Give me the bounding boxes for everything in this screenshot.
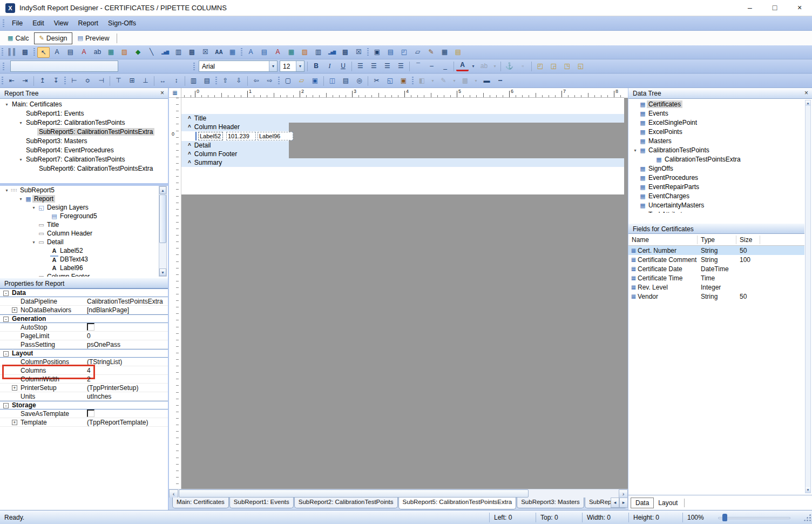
property-row[interactable]: SaveAsTemplate [0, 409, 168, 418]
toolbar-grip[interactable] [367, 47, 369, 58]
toolbar-grip[interactable] [278, 76, 280, 86]
scroll-right-icon[interactable]: › [619, 489, 628, 498]
tab-calc[interactable]: ▦ Calc [3, 33, 33, 44]
column-header-size[interactable]: Size [736, 236, 760, 244]
property-row[interactable]: + NoDataBehaviors [ndBlankPage] [0, 306, 168, 314]
field-row[interactable]: Rev. Level Integer [628, 283, 804, 292]
font-size-combo[interactable]: 12 ▾ [280, 61, 304, 72]
shrink-width-button[interactable]: ⇨ [263, 76, 276, 86]
menu-item[interactable]: Report [73, 18, 104, 29]
font-color-button[interactable]: A [456, 61, 469, 71]
scroll-up-icon[interactable]: ▲ [806, 100, 810, 106]
toolbar-separator[interactable] [368, 76, 368, 86]
tree-item[interactable]: ▾ Report [0, 194, 159, 203]
fill-color-button[interactable]: ◧ [416, 76, 428, 86]
line-tool-icon[interactable]: ╲ [145, 47, 158, 58]
component-name-combo[interactable] [10, 61, 118, 72]
property-row[interactable]: ColumnWidth 2 [0, 375, 168, 384]
paste-button[interactable]: ▣ [397, 76, 410, 86]
tab-data[interactable]: Data [631, 498, 654, 508]
scroll-down-icon[interactable]: ▼ [806, 487, 810, 493]
column-header-name[interactable]: Name [628, 236, 698, 244]
band-collapse-icon[interactable]: ^ [188, 143, 191, 149]
chevron-down-icon[interactable]: ▾ [296, 61, 304, 71]
move-right-button[interactable]: ⇥ [19, 76, 31, 86]
grow-height-button[interactable]: ⇧ [219, 76, 232, 86]
tree-item[interactable]: ▾ Design Layers [0, 203, 159, 212]
toolbar-grip[interactable] [64, 76, 66, 86]
nodata-brush-icon[interactable]: ✎ [425, 47, 437, 58]
menu-item[interactable]: Edit [28, 18, 49, 29]
expand-icon[interactable]: ▾ [3, 188, 10, 193]
property-value[interactable]: utInches [84, 393, 111, 400]
system-variable-icon[interactable]: ab [91, 47, 104, 58]
expand-icon[interactable]: ▾ [30, 240, 37, 245]
band-column-footer[interactable]: ^ Column Footer [181, 150, 289, 158]
expand-box-icon[interactable]: + [12, 385, 17, 391]
tree-item[interactable]: ▾ Detail [0, 238, 159, 246]
tree-item[interactable]: ExcelPoints [628, 127, 804, 136]
column-header-type[interactable]: Type [698, 236, 736, 244]
close-icon[interactable]: × [804, 89, 808, 97]
chevron-down-icon[interactable]: ▾ [269, 61, 277, 71]
move-backward-button[interactable]: ◱ [574, 61, 587, 72]
gradient-arrow[interactable]: ▾ [472, 76, 479, 86]
property-value[interactable] [84, 322, 94, 332]
toolbar-separator[interactable] [323, 76, 324, 86]
barcode-matrix-icon[interactable]: ▩ [186, 47, 198, 58]
tree-item[interactable]: Certificates [628, 100, 804, 109]
field-row[interactable]: Vendor String 50 [628, 292, 804, 301]
crosstab-icon[interactable]: ▤ [452, 47, 464, 58]
scrollbar-thumb[interactable] [159, 194, 166, 243]
space-horizontal-button[interactable]: ↔ [157, 76, 169, 86]
toolbar-separator[interactable] [409, 62, 410, 71]
tree-item[interactable]: SubReport5: CalibrationTestPointsExtra [0, 127, 168, 136]
align-justify-button[interactable]: ☰ [395, 61, 407, 72]
gradient-button[interactable]: ▩ [459, 76, 471, 86]
align-tops-button[interactable]: ⊤ [112, 76, 125, 86]
tab-preview[interactable]: ▤ Preview [73, 33, 114, 44]
tree-item[interactable]: DBText43 [0, 255, 159, 264]
barcode-2d-icon[interactable]: ▩ [19, 47, 31, 58]
region-icon[interactable]: ▣ [371, 47, 383, 58]
valign-middle-button[interactable]: – [425, 61, 438, 72]
resize-grip[interactable] [803, 514, 811, 521]
open-report-button[interactable]: ▱ [295, 76, 308, 86]
expand-box-icon[interactable]: - [3, 351, 9, 357]
db-navigator-icon[interactable]: ▤ [384, 47, 397, 58]
grow-width-button[interactable]: ⇦ [250, 76, 262, 86]
toolbar-grip[interactable] [1, 47, 4, 58]
zoom-slider[interactable] [715, 512, 796, 523]
tree-item[interactable]: EventCharges [628, 192, 804, 200]
valign-bottom-button[interactable]: _ [439, 61, 451, 72]
band-detail[interactable]: ^ Detail [181, 141, 289, 150]
db-image-icon[interactable]: ▨ [299, 47, 311, 58]
tree-item[interactable]: SubReport4: EventProcedures [0, 146, 168, 154]
property-value[interactable]: psOnePass [84, 341, 120, 348]
toolbar-separator[interactable] [247, 76, 248, 86]
valign-top-button[interactable]: ¯ [412, 61, 424, 72]
highlight-color-arrow[interactable]: ▾ [491, 61, 498, 72]
tree-item[interactable]: ▾ SubReport2: CalibrationTestPoints [0, 118, 168, 127]
expand-box-icon[interactable]: - [3, 403, 9, 408]
line-style-button[interactable]: ┅ [494, 76, 506, 86]
band-column-header[interactable]: ^ Column Header [181, 123, 289, 131]
move-forward-button[interactable]: ◳ [561, 61, 573, 72]
line-color-arrow[interactable]: ▾ [451, 76, 458, 86]
table-grid-icon[interactable]: ▦ [438, 47, 451, 58]
bold-button[interactable]: B [310, 61, 322, 72]
anchor-button[interactable]: ⚓ [503, 61, 516, 72]
toolbar-separator[interactable] [500, 62, 501, 71]
align-center-button[interactable]: ☰ [368, 61, 380, 72]
expand-box-icon[interactable]: - [3, 291, 9, 296]
db-matrix-icon[interactable]: ▩ [339, 47, 351, 58]
property-row[interactable]: Units utInches [0, 392, 168, 401]
field-row[interactable]: Certificate Comment String 100 [628, 255, 804, 264]
save-report-button[interactable]: ▣ [309, 76, 321, 86]
property-row[interactable]: - Data [0, 288, 168, 297]
tree-item[interactable]: Title [0, 220, 159, 229]
print-preview-button[interactable]: ◎ [353, 76, 366, 86]
report-page-tab[interactable]: SubReport1: Events [229, 498, 294, 508]
align-left-button[interactable]: ☰ [354, 61, 367, 72]
expand-box-icon[interactable]: - [3, 317, 9, 322]
